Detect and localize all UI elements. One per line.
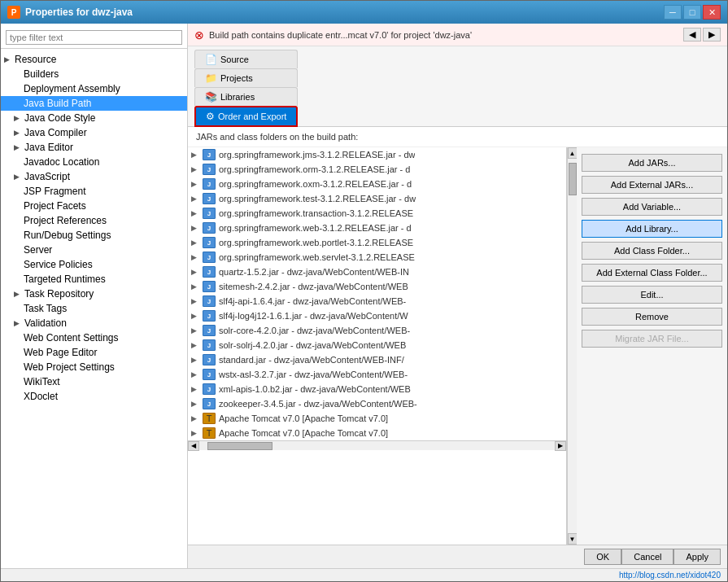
sidebar-item-builders[interactable]: Builders xyxy=(1,67,187,81)
sidebar-item-web-content-settings[interactable]: Web Content Settings xyxy=(1,330,187,345)
sidebar-item-run-debug-settings[interactable]: Run/Debug Settings xyxy=(1,228,187,243)
add-external-class-folder-button[interactable]: Add External Class Folder... xyxy=(582,264,722,282)
jar-row[interactable]: ▶Jorg.springframework.web.servlet-3.1.2.… xyxy=(188,250,566,265)
jar-row[interactable]: ▶Jsolr-core-4.2.0.jar - dwz-java/WebCont… xyxy=(188,323,566,338)
title-bar: P Properties for dwz-java ─ □ ✕ xyxy=(1,1,727,24)
sidebar-item-java-code-style[interactable]: ▶Java Code Style xyxy=(1,111,187,125)
maximize-button[interactable]: □ xyxy=(683,5,701,20)
jar-entry-text: zookeeper-3.4.5.jar - dwz-java/WebConten… xyxy=(219,399,417,409)
add-external-jars-button[interactable]: Add External JARs... xyxy=(582,176,722,194)
sidebar-item-wikitext[interactable]: WikiText xyxy=(1,374,187,389)
sidebar-item-server[interactable]: Server xyxy=(1,243,187,257)
jar-list-container[interactable]: ▶Jorg.springframework.jms-3.1.2.RELEASE.… xyxy=(188,147,567,545)
filter-input[interactable] xyxy=(6,30,182,45)
sidebar-item-javascript[interactable]: ▶JavaScript xyxy=(1,169,187,184)
sidebar-item-java-editor[interactable]: ▶Java Editor xyxy=(1,140,187,155)
sidebar-item-java-compiler[interactable]: ▶Java Compiler xyxy=(1,125,187,140)
cancel-button[interactable]: Cancel xyxy=(621,549,674,565)
sidebar-item-task-tags[interactable]: Task Tags xyxy=(1,301,187,316)
jar-entry-text: standard.jar - dwz-java/WebContent/WEB-I… xyxy=(219,355,404,365)
jar-row[interactable]: ▶Jslf4j-log4j12-1.6.1.jar - dwz-java/Web… xyxy=(188,309,566,323)
jar-row[interactable]: ▶Jorg.springframework.jms-3.1.2.RELEASE.… xyxy=(188,147,566,162)
sidebar-item-jsp-fragment[interactable]: JSP Fragment xyxy=(1,184,187,199)
tab-label-libraries: Libraries xyxy=(220,92,255,102)
scroll-thumb[interactable] xyxy=(569,163,577,195)
apply-button[interactable]: Apply xyxy=(674,549,721,565)
vertical-scrollbar[interactable]: ▲ ▼ xyxy=(567,147,577,545)
horizontal-scrollbar[interactable]: ◀ ▶ xyxy=(188,440,566,450)
tab-icon-order-and-export: ⚙ xyxy=(206,111,215,122)
expand-arrow: ▶ xyxy=(191,356,201,364)
tab-projects[interactable]: 📁Projects xyxy=(194,68,298,87)
panel-body: ▶Jorg.springframework.jms-3.1.2.RELEASE.… xyxy=(188,147,727,545)
scroll-up-button[interactable]: ▲ xyxy=(568,147,578,159)
scroll-down-button[interactable]: ▼ xyxy=(568,533,578,545)
jar-entry-text: slf4j-api-1.6.4.jar - dwz-java/WebConten… xyxy=(219,296,406,306)
jar-row[interactable]: ▶Jorg.springframework.transaction-3.1.2.… xyxy=(188,206,566,221)
remove-button[interactable]: Remove xyxy=(582,308,722,326)
jar-row[interactable]: ▶Jorg.springframework.web.portlet-3.1.2.… xyxy=(188,235,566,250)
scroll-thumb[interactable] xyxy=(207,442,272,450)
sidebar-item-task-repository[interactable]: ▶Task Repository xyxy=(1,287,187,301)
jar-row[interactable]: ▶Jquartz-1.5.2.jar - dwz-java/WebContent… xyxy=(188,265,566,279)
sidebar-item-project-facets[interactable]: Project Facets xyxy=(1,199,187,213)
add-library-button[interactable]: Add Library... xyxy=(582,220,722,238)
sidebar-item-xdoclet[interactable]: XDoclet xyxy=(1,389,187,404)
add-jars-button[interactable]: Add JARs... xyxy=(582,154,722,172)
minimize-button[interactable]: ─ xyxy=(664,5,682,20)
jar-row[interactable]: ▶Jorg.springframework.orm-3.1.2.RELEASE.… xyxy=(188,162,566,177)
sidebar-item-javadoc-location[interactable]: Javadoc Location xyxy=(1,155,187,169)
sidebar-item-label: JSP Fragment xyxy=(24,186,85,197)
jar-row[interactable]: ▶Jorg.springframework.test-3.1.2.RELEASE… xyxy=(188,191,566,206)
sidebar-item-targeted-runtimes[interactable]: Targeted Runtimes xyxy=(1,272,187,287)
sidebar-item-java-build-path[interactable]: Java Build Path xyxy=(1,96,187,111)
jar-entry-text: org.springframework.web.servlet-3.1.2.RE… xyxy=(219,252,415,262)
jar-row[interactable]: ▶TApache Tomcat v7.0 [Apache Tomcat v7.0… xyxy=(188,426,566,440)
jar-row[interactable]: ▶Jzookeeper-3.4.5.jar - dwz-java/WebCont… xyxy=(188,396,566,411)
jar-row[interactable]: ▶Jsolr-solrj-4.2.0.jar - dwz-java/WebCon… xyxy=(188,338,566,352)
edit-button[interactable]: Edit... xyxy=(582,286,722,304)
sidebar-item-label: Task Tags xyxy=(24,303,67,314)
jar-row[interactable]: ▶Jwstx-asl-3.2.7.jar - dwz-java/WebConte… xyxy=(188,367,566,382)
prev-error-button[interactable]: ◀ xyxy=(683,28,701,42)
scroll-left-button[interactable]: ◀ xyxy=(188,441,199,451)
add-class-folder-button[interactable]: Add Class Folder... xyxy=(582,242,722,260)
jar-row[interactable]: ▶Jorg.springframework.web-3.1.2.RELEASE.… xyxy=(188,221,566,235)
sidebar-item-service-policies[interactable]: Service Policies xyxy=(1,257,187,272)
sidebar-item-deployment-assembly[interactable]: Deployment Assembly xyxy=(1,81,187,96)
close-button[interactable]: ✕ xyxy=(703,5,721,20)
scroll-right-button[interactable]: ▶ xyxy=(555,441,566,451)
tab-order-and-export[interactable]: ⚙Order and Export xyxy=(194,106,298,127)
sidebar-item-project-references[interactable]: Project References xyxy=(1,213,187,228)
sidebar-item-web-project-settings[interactable]: Web Project Settings xyxy=(1,360,187,374)
tab-icon-source: 📄 xyxy=(205,54,217,65)
title-bar-left: P Properties for dwz-java xyxy=(7,6,133,19)
scroll-track xyxy=(199,441,555,450)
next-error-button[interactable]: ▶ xyxy=(703,28,721,42)
jar-row[interactable]: ▶Jxml-apis-1.0.b2.jar - dwz-java/WebCont… xyxy=(188,382,566,396)
sidebar-item-label: Server xyxy=(24,244,52,256)
error-icon: ⊗ xyxy=(194,28,204,42)
ok-button[interactable]: OK xyxy=(584,549,621,565)
expand-arrow: ▶ xyxy=(14,290,20,298)
tab-libraries[interactable]: 📚Libraries xyxy=(194,87,298,106)
sidebar-item-label: Service Policies xyxy=(24,259,93,270)
tab-source[interactable]: 📄Source xyxy=(194,50,298,68)
jar-row[interactable]: ▶Jstandard.jar - dwz-java/WebContent/WEB… xyxy=(188,352,566,367)
jar-row[interactable]: ▶Jslf4j-api-1.6.4.jar - dwz-java/WebCont… xyxy=(188,294,566,309)
jar-row[interactable]: ▶Jsitemesh-2.4.2.jar - dwz-java/WebConte… xyxy=(188,279,566,294)
tab-label-order-and-export: Order and Export xyxy=(218,112,286,121)
jar-row[interactable]: ▶Jorg.springframework.oxm-3.1.2.RELEASE.… xyxy=(188,177,566,191)
sidebar-item-resource[interactable]: ▶Resource xyxy=(1,52,187,67)
status-bar: http://blog.csdn.net/xidot420 xyxy=(1,568,727,581)
tab-label-source: Source xyxy=(220,55,249,64)
expand-arrow: ▶ xyxy=(191,180,201,188)
jar-row[interactable]: ▶TApache Tomcat v7.0 [Apache Tomcat v7.0… xyxy=(188,411,566,426)
sidebar-item-validation[interactable]: ▶Validation xyxy=(1,316,187,330)
sidebar-item-label: JavaScript xyxy=(24,171,70,182)
add-variable-button[interactable]: Add Variable... xyxy=(582,198,722,216)
buttons-panel: Add JARs...Add External JARs...Add Varia… xyxy=(577,147,727,545)
sidebar-item-label: Java Editor xyxy=(24,142,73,153)
sidebar-item-web-page-editor[interactable]: Web Page Editor xyxy=(1,345,187,360)
expand-arrow: ▶ xyxy=(191,370,201,379)
